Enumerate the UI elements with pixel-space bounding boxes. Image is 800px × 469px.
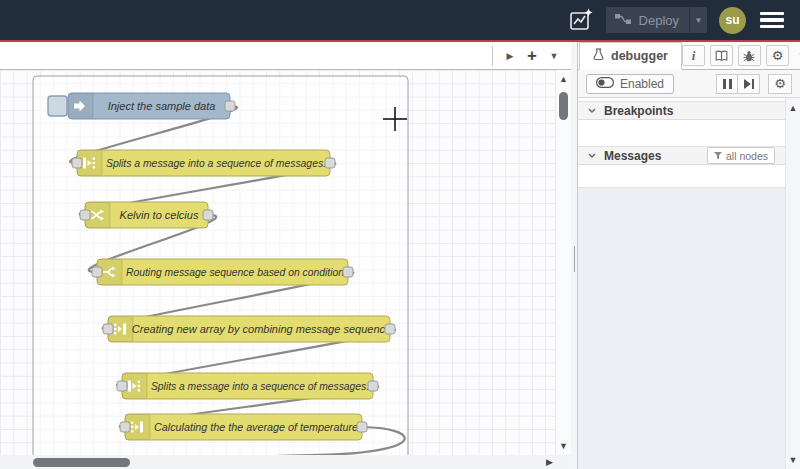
scroll-up-icon[interactable]: ▲ [786,103,800,113]
debugger-enabled-toggle[interactable]: Enabled [586,74,674,94]
messages-section-header[interactable]: Messages all nodes [578,146,785,165]
tab-debugger-label: debugger [611,49,668,63]
sidebar-scrollbar[interactable]: ▲ ▼ [785,98,800,469]
scroll-tabs-right-icon[interactable]: ▶ [499,45,521,67]
debugger-panel-body: Breakpoints Messages all nodes ▲ ▼ [578,98,800,469]
breakpoints-section-header[interactable]: Breakpoints [578,101,785,120]
scroll-up-icon[interactable]: ▲ [556,74,571,84]
info-icon[interactable]: i [682,45,705,66]
sidebar: debugger i ⚙ ▼ [578,42,800,469]
flow-node[interactable]: Routing message sequence based on condit… [92,259,353,285]
output-port[interactable] [225,101,235,111]
input-port[interactable] [117,381,127,391]
messages-empty-list [578,165,785,187]
header-bar: Deploy ▼ su [0,0,800,40]
chevron-down-icon [588,108,596,113]
flow-list-icon[interactable]: ▼ [543,45,565,67]
node-label: Creating new array by combining message … [132,323,391,335]
messages-label: Messages [604,149,661,163]
deploy-nodes-icon [615,13,632,28]
flow-editor: ▶ + ▼ Inject the sample dataSplits a mes… [0,42,571,469]
funnel-icon [714,152,722,160]
input-port[interactable] [103,324,113,334]
bug-icon[interactable] [738,45,761,66]
output-port[interactable] [368,381,378,391]
deploy-options-caret[interactable]: ▼ [689,7,707,33]
flow-node[interactable]: Kelvin to celcius [80,202,213,228]
vertical-scroll-thumb[interactable] [559,92,568,120]
chevron-down-icon[interactable]: ▼ [794,51,800,60]
gear-icon[interactable]: ⚙ [766,45,789,66]
user-avatar[interactable]: su [719,7,746,34]
output-port[interactable] [357,422,367,432]
flow-node[interactable]: Splits a message into a sequence of mess… [72,150,335,176]
flask-icon [593,48,604,64]
node-label: Calculating the the average of temperatu… [154,421,358,433]
output-port[interactable] [343,267,353,277]
output-port[interactable] [325,158,335,168]
node-label: Routing message sequence based on condit… [126,266,344,278]
filter-label: all nodes [726,150,768,162]
output-port[interactable] [385,324,395,334]
sidebar-tabbar: debugger i ⚙ ▼ [578,42,800,70]
avatar-initials: su [725,13,739,27]
scroll-down-icon[interactable]: ▼ [786,455,800,465]
breakpoints-empty-list [578,120,785,146]
sidebar-filler [578,187,785,469]
horizontal-scroll-thumb[interactable] [33,458,130,467]
flow-node[interactable]: Splits a message into a sequence of mess… [117,373,378,399]
output-port[interactable] [203,210,213,220]
flow-sparkle-icon[interactable] [568,7,594,33]
input-port[interactable] [72,158,82,168]
enabled-label: Enabled [620,77,664,91]
messages-filter-button[interactable]: all nodes [707,147,775,164]
canvas-horizontal-scrollbar[interactable]: ▶ [0,455,571,469]
splitter-handle[interactable] [574,246,575,272]
node-label: Kelvin to celcius [120,209,199,221]
pause-icon[interactable] [716,74,738,94]
node-label: Splits a message into a sequence of mess… [151,380,369,392]
tabbar-separator [492,46,493,66]
node-label: Splits a message into a sequence of mess… [106,157,326,169]
input-port[interactable] [92,267,102,277]
deploy-button[interactable]: Deploy ▼ [606,7,707,33]
input-port[interactable] [120,422,130,432]
scroll-right-icon[interactable]: ▶ [546,457,553,467]
debugger-toolbar: Enabled ⚙ [578,70,800,98]
node-label: Inject the sample data [108,100,216,112]
flow-canvas[interactable]: Inject the sample dataSplits a message i… [0,70,555,455]
flow-node[interactable]: Creating new array by combining message … [103,316,395,342]
hamburger-menu-icon[interactable] [758,8,786,33]
inject-button[interactable] [48,96,67,116]
input-port[interactable] [80,210,90,220]
flow-node[interactable]: Inject the sample data [48,93,235,119]
deploy-label: Deploy [639,13,679,28]
book-icon[interactable] [710,45,733,66]
tab-debugger[interactable]: debugger [579,42,682,70]
debugger-settings-gear-icon[interactable]: ⚙ [768,74,792,94]
scroll-down-icon[interactable]: ▼ [556,441,571,451]
canvas-vertical-scrollbar[interactable]: ▲ ▼ [555,70,571,455]
workspace-tabbar: ▶ + ▼ [0,42,571,70]
toggle-icon [596,77,614,91]
add-flow-button[interactable]: + [521,45,543,67]
chevron-down-icon [588,153,596,158]
step-icon[interactable] [738,74,760,94]
sidebar-splitter[interactable] [571,42,578,469]
breakpoints-label: Breakpoints [604,104,673,118]
flow-node[interactable]: Calculating the the average of temperatu… [120,414,367,440]
